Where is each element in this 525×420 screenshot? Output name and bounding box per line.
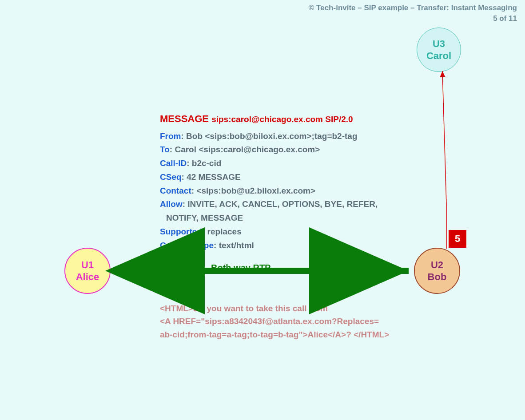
header-to: To: Carol <sips:carol@chicago.ex.com> [160,143,409,157]
node-name: Bob [428,271,447,283]
header-block: © Tech-invite – SIP example – Transfer: … [309,4,517,23]
node-id: U3 [433,38,445,50]
node-carol: U3 Carol [417,28,461,72]
method: MESSAGE [160,113,209,124]
header-supported: Supported: replaces [160,225,409,239]
node-id: U2 [431,259,443,271]
header-contenttype: Content-Type: text/html [160,239,409,253]
step-number: 5 [455,233,460,245]
body-line-2: <A HREF="sips:a8342043f@atlanta.ex.com?R… [160,315,409,328]
copyright-text: © Tech-invite – SIP example – Transfer: … [309,4,517,12]
body-line-1: <HTML>Do you want to take this call from [160,302,409,315]
sip-message: MESSAGE sips:carol@chicago.ex.com SIP/2.… [160,111,409,253]
node-alice: U1 Alice [64,248,111,294]
request-line: MESSAGE sips:carol@chicago.ex.com SIP/2.… [160,111,409,127]
request-uri: sips:carol@chicago.ex.com SIP/2.0 [211,115,353,124]
node-name: Carol [426,50,451,62]
header-allow: Allow: INVITE, ACK, CANCEL, OPTIONS, BYE… [160,198,409,211]
page-counter: 5 of 11 [309,14,517,23]
header-cseq: CSeq: 42 MESSAGE [160,170,409,184]
rtp-label: Both way RTP [211,263,270,273]
message-body: <HTML>Do you want to take this call from… [160,302,409,341]
header-allow-cont: NOTIFY, MESSAGE [160,211,409,225]
header-from: From: Bob <sips:bob@biloxi.ex.com>;tag=b… [160,130,409,143]
node-id: U1 [81,259,94,271]
node-bob: U2 Bob [414,248,460,294]
step-badge: 5 [449,230,466,248]
header-callid: Call-ID: b2c-cid [160,157,409,170]
body-line-3: ab-cid;from-tag=a-tag;to-tag=b-tag">Alic… [160,328,409,341]
header-contact: Contact: <sips:bob@u2.biloxi.ex.com> [160,184,409,198]
node-name: Alice [76,271,99,283]
message-arrow [442,71,446,249]
